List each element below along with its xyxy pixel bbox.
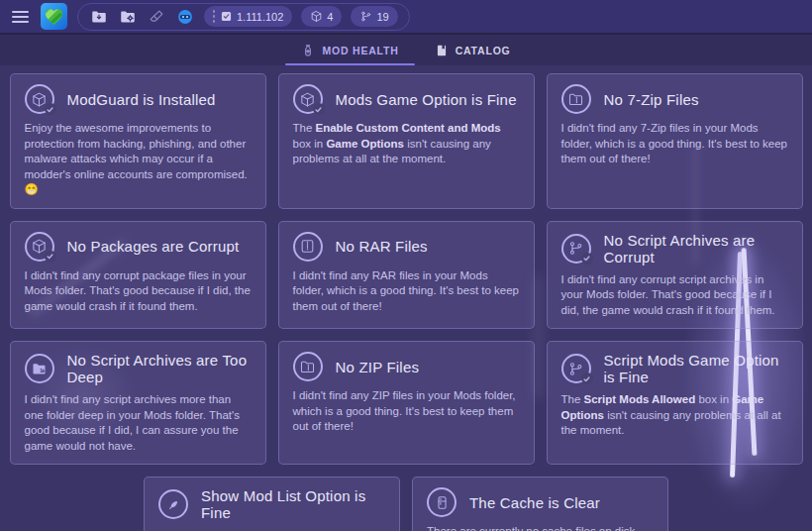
tab-catalog[interactable]: CATALOG: [417, 35, 529, 65]
card-no-zip-files: No ZIP Files I didn't find any ZIP files…: [278, 341, 535, 465]
package-count-label: 4: [327, 11, 333, 23]
bot-avatar-button[interactable]: [175, 7, 195, 27]
tab-bar: MOD HEALTH CATALOG: [0, 33, 812, 65]
health-tonic-icon: [301, 44, 315, 57]
folder-zip-icon: [293, 352, 323, 381]
card-no-corrupt-packages: No Packages are Corrupt I didn't find an…: [10, 221, 266, 330]
card-body: I didn't find any ZIP files in your Mods…: [293, 388, 520, 435]
script-count-chip[interactable]: 19: [351, 6, 397, 27]
mod-health-panel: ModGuard is Installed Enjoy the awesome …: [0, 65, 812, 531]
card-body: I didn't find any corrupt script archive…: [561, 272, 788, 319]
version-dots-icon: [213, 10, 215, 23]
tab-catalog-label: CATALOG: [456, 45, 511, 56]
card-body: I didn't find any 7-Zip files in your Mo…: [561, 121, 788, 167]
card-cache-clear: The Cache is Clear There are currently n…: [412, 477, 668, 531]
status-card-grid: ModGuard is Installed Enjoy the awesome …: [0, 65, 812, 531]
source-branch-check-icon: [561, 234, 591, 264]
card-body: I didn't find any corrupt package files …: [25, 268, 252, 315]
card-title: No ZIP Files: [336, 359, 420, 375]
card-mods-game-option: Mods Game Option is Fine The Enable Cust…: [278, 73, 535, 209]
tab-mod-health-label: MOD HEALTH: [322, 45, 398, 56]
card-body: I didn't find any script archives more t…: [25, 392, 252, 454]
game-version-chip[interactable]: 1.111.102: [204, 6, 292, 27]
clear-cache-button[interactable]: [147, 7, 166, 27]
feather-circle-icon: [158, 489, 188, 519]
card-title: Script Mods Game Option is Fine: [604, 352, 788, 385]
game-version-label: 1.111.102: [237, 11, 283, 23]
cache-drive-icon: [427, 487, 457, 517]
card-title: The Cache is Clear: [469, 494, 600, 511]
card-body: The Enable Custom Content and Mods box i…: [293, 121, 520, 167]
card-title: No Script Archives are Too Deep: [67, 352, 252, 385]
card-script-archives-depth: No Script Archives are Too Deep I didn't…: [10, 341, 266, 465]
card-title: No Packages are Corrupt: [67, 238, 240, 255]
package-check-icon: [293, 84, 323, 114]
checkbox-marked-icon: [220, 10, 233, 23]
package-check-icon: [25, 232, 54, 262]
card-body: There are currently no cache files on di…: [427, 524, 654, 531]
toolbar-pill: 1.111.102 4 19: [77, 3, 410, 31]
card-title: Show Mod List Option is Fine: [201, 487, 385, 521]
card-no-7zip-files: No 7-Zip Files I didn't find any 7-Zip f…: [547, 73, 803, 209]
card-body: The Script Mods Allowed box in Game Opti…: [561, 392, 788, 439]
package-count-chip[interactable]: 4: [301, 6, 342, 27]
menu-icon[interactable]: [10, 7, 31, 27]
card-title: No Script Archives are Corrupt: [604, 232, 788, 266]
card-body: Enjoy the awesome improvements to protec…: [25, 121, 252, 198]
package-icon: [310, 10, 323, 23]
top-bar: 1.111.102 4 19: [0, 0, 812, 33]
folder-settings-icon: [119, 8, 137, 26]
card-script-mods-game-option: Script Mods Game Option is Fine The Scri…: [547, 341, 803, 465]
folder-zip-icon: [561, 84, 591, 114]
eraser-icon: [148, 8, 165, 26]
bot-avatar-icon: [176, 8, 194, 26]
card-body: I didn't find any RAR files in your Mods…: [293, 268, 520, 315]
card-show-mod-list-option: Show Mod List Option is Fine Either you …: [144, 477, 400, 531]
card-title: ModGuard is Installed: [67, 91, 216, 108]
open-mods-folder-button[interactable]: [89, 7, 109, 27]
catalog-book-icon: [435, 44, 449, 57]
folder-depth-icon: [25, 354, 54, 383]
card-title: No 7-Zip Files: [604, 91, 699, 108]
card-title: No RAR Files: [336, 238, 428, 255]
card-title: Mods Game Option is Fine: [336, 91, 517, 108]
source-branch-icon: [359, 10, 372, 23]
card-no-corrupt-script-archives: No Script Archives are Corrupt I didn't …: [547, 221, 803, 330]
script-count-label: 19: [376, 11, 388, 23]
folder-download-icon: [90, 8, 108, 26]
package-check-icon: [25, 84, 54, 114]
folder-settings-button[interactable]: [118, 7, 138, 27]
zip-box-icon: [293, 232, 323, 262]
card-no-rar-files: No RAR Files I didn't find any RAR files…: [278, 221, 535, 330]
tab-mod-health[interactable]: MOD HEALTH: [283, 35, 416, 65]
source-branch-check-icon: [561, 354, 591, 383]
card-modguard-installed: ModGuard is Installed Enjoy the awesome …: [10, 73, 266, 209]
app-logo-icon: [41, 3, 67, 30]
